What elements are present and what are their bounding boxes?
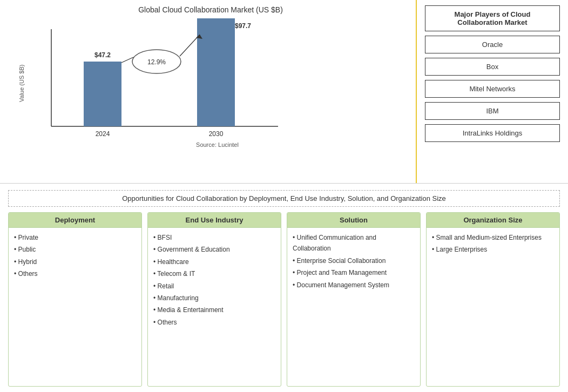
list-item: Small and Medium-sized Enterprises bbox=[432, 232, 554, 243]
bar-chart: $47.2 2024 $97.7 2030 12.9% bbox=[30, 18, 300, 137]
bar-2030 bbox=[197, 18, 235, 126]
cagr-text: 12.9% bbox=[147, 58, 166, 66]
list-item: Document Management System bbox=[293, 280, 415, 290]
y-axis-label: Value (US $B) bbox=[16, 18, 27, 148]
deployment-header: Deployment bbox=[9, 213, 141, 228]
end-use-header: End Use Industry bbox=[148, 213, 281, 228]
solution-column: Solution Unified Communication and Colla… bbox=[287, 212, 421, 387]
player-ibm: IBM bbox=[425, 102, 560, 120]
source-text: Source: Lucintel bbox=[30, 141, 405, 148]
list-item: Media & Entertainment bbox=[153, 305, 275, 315]
end-use-content: BFSI Government & Education Healthcare T… bbox=[148, 228, 281, 333]
chart-area: Global Cloud Collaboration Market (US $B… bbox=[0, 0, 417, 183]
list-item: Enterprise Social Collaboration bbox=[293, 255, 415, 266]
list-item: Project and Team Management bbox=[293, 267, 415, 278]
list-item: Manufacturing bbox=[153, 293, 275, 303]
org-size-header: Organization Size bbox=[427, 213, 559, 228]
list-item: Unified Communication and Collaboration bbox=[293, 232, 415, 254]
player-box: Box bbox=[425, 58, 560, 76]
bar-value-2024: $47.2 bbox=[94, 51, 111, 59]
bar-2024 bbox=[84, 62, 121, 126]
list-item: Others bbox=[153, 317, 275, 328]
list-item: Public bbox=[14, 244, 136, 255]
list-item: BFSI bbox=[153, 232, 275, 243]
player-mitel: Mitel Networks bbox=[425, 80, 560, 98]
list-item: Large Enterprises bbox=[432, 244, 554, 255]
main-container: Global Cloud Collaboration Market (US $B… bbox=[0, 0, 568, 392]
right-panel: Major Players of Cloud Collaboration Mar… bbox=[417, 0, 568, 183]
list-item: Others bbox=[14, 268, 136, 279]
solution-header: Solution bbox=[287, 213, 420, 228]
player-intralinks: IntraLinks Holdings bbox=[425, 124, 560, 142]
deployment-column: Deployment Private Public Hybrid Others bbox=[8, 212, 142, 387]
chart-wrapper: Value (US $B) $47.2 2024 bbox=[16, 18, 405, 148]
list-item: Government & Education bbox=[153, 244, 275, 255]
chart-title: Global Cloud Collaboration Market (US $B… bbox=[16, 5, 405, 14]
players-title: Major Players of Cloud Collaboration Mar… bbox=[425, 5, 560, 31]
top-section: Global Cloud Collaboration Market (US $B… bbox=[0, 0, 568, 184]
org-size-column: Organization Size Small and Medium-sized… bbox=[426, 212, 560, 387]
bar-value-2030: $97.7 bbox=[235, 22, 251, 30]
list-item: Telecom & IT bbox=[153, 268, 275, 279]
deployment-content: Private Public Hybrid Others bbox=[9, 228, 141, 285]
solution-content: Unified Communication and Collaboration … bbox=[287, 228, 420, 296]
org-size-content: Small and Medium-sized Enterprises Large… bbox=[427, 228, 559, 261]
bar-label-2030: 2030 bbox=[209, 130, 224, 137]
arrow-left bbox=[121, 57, 133, 63]
list-item: Healthcare bbox=[153, 256, 275, 267]
chart-inner: $47.2 2024 $97.7 2030 12.9% bbox=[30, 18, 405, 148]
list-item: Private bbox=[14, 232, 136, 243]
list-item: Hybrid bbox=[14, 256, 136, 267]
opportunities-title: Opportunities for Cloud Collaboration by… bbox=[8, 190, 560, 207]
columns-container: Deployment Private Public Hybrid Others … bbox=[8, 212, 560, 387]
list-item: Retail bbox=[153, 281, 275, 292]
bottom-section: Opportunities for Cloud Collaboration by… bbox=[0, 184, 568, 392]
player-oracle: Oracle bbox=[425, 36, 560, 53]
end-use-column: End Use Industry BFSI Government & Educa… bbox=[147, 212, 281, 387]
bar-label-2024: 2024 bbox=[96, 130, 110, 137]
